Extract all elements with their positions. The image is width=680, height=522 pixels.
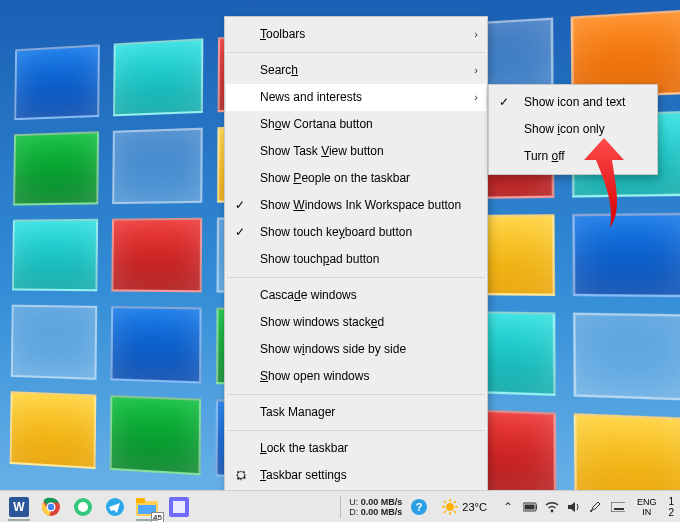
svg-point-4 — [48, 503, 54, 509]
sun-icon — [442, 499, 458, 515]
ctx-item-show-open-windows[interactable]: Show open windows — [226, 363, 486, 390]
menu-separator — [227, 277, 485, 278]
divider — [340, 496, 341, 518]
svg-rect-25 — [536, 505, 537, 509]
taskbar-word-icon[interactable]: W — [4, 493, 34, 521]
sub-item-turn-off[interactable]: Turn off — [490, 143, 656, 170]
weather-widget[interactable]: 23°C — [434, 499, 495, 515]
chevron-right-icon: › — [474, 57, 478, 84]
menu-item-label: Lock the taskbar — [260, 441, 348, 455]
menu-item-label: Show open windows — [260, 369, 369, 383]
ctx-item-show-windows-stacked[interactable]: Show windows stacked — [226, 309, 486, 336]
ctx-item-search[interactable]: Search› — [226, 57, 486, 84]
menu-separator — [227, 52, 485, 53]
tray-pen-icon[interactable] — [589, 500, 603, 514]
svg-rect-12 — [173, 501, 185, 513]
ctx-item-show-cortana-button[interactable]: Show Cortana button — [226, 111, 486, 138]
svg-rect-28 — [611, 502, 625, 512]
menu-item-label: Show Cortana button — [260, 117, 373, 131]
check-icon: ✓ — [499, 89, 509, 116]
gear-icon — [234, 468, 248, 482]
svg-text:?: ? — [416, 501, 423, 513]
ctx-item-show-windows-side-by-side[interactable]: Show windows side by side — [226, 336, 486, 363]
svg-line-23 — [444, 511, 446, 513]
tray-chevron-up-icon[interactable]: ⌃ — [501, 500, 515, 514]
check-icon: ✓ — [235, 219, 245, 246]
ctx-item-news-and-interests[interactable]: News and interests› — [226, 84, 486, 111]
svg-point-6 — [78, 502, 88, 512]
taskbar-context-menu[interactable]: Toolbars›Search›News and interests›Show … — [224, 16, 488, 494]
svg-text:W: W — [13, 500, 25, 514]
ctx-item-show-task-view-button[interactable]: Show Task View button — [226, 138, 486, 165]
netspeed-widget[interactable]: U: 0.00 MB/s D: 0.00 MB/s — [347, 497, 404, 517]
menu-item-label: Taskbar settings — [260, 468, 347, 482]
taskbar-pinned-apps: W 45 — [0, 493, 194, 521]
tray-battery-icon[interactable] — [523, 500, 537, 514]
menu-item-label: Search — [260, 63, 298, 77]
menu-item-label: Show icon only — [524, 122, 605, 136]
menu-separator — [227, 394, 485, 395]
svg-point-15 — [446, 503, 454, 511]
taskbar-chrome-icon[interactable] — [36, 493, 66, 521]
chevron-right-icon: › — [474, 84, 478, 111]
taskbar[interactable]: W 45 U: 0.00 MB/s D: 0.00 MB/s ? 23°C ⌃ — [0, 490, 680, 522]
sub-item-show-icon-and-text[interactable]: ✓Show icon and text — [490, 89, 656, 116]
ctx-item-show-touch-keyboard-button[interactable]: ✓Show touch keyboard button — [226, 219, 486, 246]
check-icon: ✓ — [235, 192, 245, 219]
menu-item-label: Show People on the taskbar — [260, 171, 410, 185]
tray-volume-icon[interactable] — [567, 500, 581, 514]
ctx-item-taskbar-settings[interactable]: Taskbar settings — [226, 462, 486, 489]
taskbar-explorer-icon[interactable]: 45 — [132, 493, 162, 521]
ctx-item-show-windows-ink-workspace-button[interactable]: ✓Show Windows Ink Workspace button — [226, 192, 486, 219]
menu-separator — [227, 430, 485, 431]
weather-temp: 23°C — [462, 501, 487, 513]
menu-item-label: Show touch keyboard button — [260, 225, 412, 239]
language-indicator[interactable]: ENG IN — [631, 497, 663, 517]
tray-wifi-icon[interactable] — [545, 500, 559, 514]
taskbar-app1-icon[interactable] — [68, 493, 98, 521]
svg-point-27 — [551, 509, 554, 512]
news-interests-submenu[interactable]: ✓Show icon and textShow icon onlyTurn of… — [488, 84, 658, 175]
ctx-item-lock-the-taskbar[interactable]: Lock the taskbar — [226, 435, 486, 462]
menu-item-label: Show Windows Ink Workspace button — [260, 198, 461, 212]
menu-item-label: Show icon and text — [524, 95, 625, 109]
taskbar-help-icon[interactable]: ? — [404, 493, 434, 521]
menu-item-label: Show windows stacked — [260, 315, 384, 329]
menu-item-label: Toolbars — [260, 27, 305, 41]
sub-item-show-icon-only[interactable]: Show icon only — [490, 116, 656, 143]
ctx-item-cascade-windows[interactable]: Cascade windows — [226, 282, 486, 309]
badge: 45 — [151, 512, 164, 523]
svg-rect-9 — [136, 498, 145, 503]
svg-rect-29 — [614, 508, 624, 510]
svg-rect-26 — [524, 504, 534, 509]
ctx-item-task-manager[interactable]: Task Manager — [226, 399, 486, 426]
ctx-item-show-people-on-the-taskbar[interactable]: Show People on the taskbar — [226, 165, 486, 192]
svg-line-21 — [454, 511, 456, 513]
taskbar-app2-icon[interactable] — [164, 493, 194, 521]
clock[interactable]: 1 2 — [662, 496, 680, 518]
menu-item-label: Show windows side by side — [260, 342, 406, 356]
ctx-item-show-touchpad-button[interactable]: Show touchpad button — [226, 246, 486, 273]
taskbar-telegram-icon[interactable] — [100, 493, 130, 521]
ctx-item-toolbars[interactable]: Toolbars› — [226, 21, 486, 48]
tray-keyboard-icon[interactable] — [611, 500, 625, 514]
menu-item-label: Show Task View button — [260, 144, 384, 158]
svg-line-22 — [454, 501, 456, 503]
menu-item-label: Cascade windows — [260, 288, 357, 302]
chevron-right-icon: › — [474, 21, 478, 48]
svg-line-20 — [444, 501, 446, 503]
menu-item-label: Task Manager — [260, 405, 335, 419]
menu-item-label: News and interests — [260, 90, 362, 104]
system-tray[interactable]: ⌃ — [495, 500, 631, 514]
menu-item-label: Show touchpad button — [260, 252, 379, 266]
menu-item-label: Turn off — [524, 149, 565, 163]
